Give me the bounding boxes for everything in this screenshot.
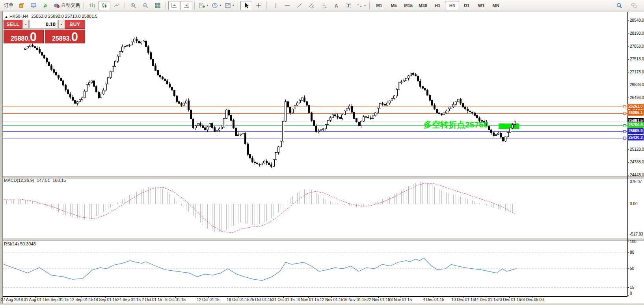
new-order-button[interactable]: ▾ — [197, 1, 210, 10]
arrows-button[interactable]: ▾ — [355, 1, 367, 10]
market-watch-icon[interactable] — [28, 1, 39, 10]
rsi-indicator-label: RSI(14) 50.3048 — [4, 241, 36, 246]
cursor-button[interactable] — [240, 1, 252, 10]
trendline-icon — [296, 2, 303, 9]
candlestick-series — [25, 37, 516, 168]
tf-w1-button-label: W1 — [478, 3, 485, 8]
chat-icon[interactable] — [628, 1, 640, 10]
sell-price-display[interactable]: 25880.0 — [4, 30, 44, 43]
tf-h4-button-label: H4 — [449, 3, 455, 8]
line-chart-icon — [114, 2, 120, 9]
tf-m30-button-label: M30 — [419, 3, 427, 8]
tf-d1-button[interactable]: D1 — [460, 1, 474, 10]
buy-price-big-digit: 0 — [71, 32, 78, 42]
candlestick-chart-button[interactable] — [99, 1, 110, 10]
chevron-down-icon: ▾ — [233, 4, 234, 7]
tf-h1-button[interactable]: H1 — [430, 1, 445, 10]
auto-scroll-icon — [171, 2, 177, 9]
toolbar-separator — [369, 2, 370, 9]
zoom-out-icon — [142, 2, 149, 9]
chevron-down-icon: ▾ — [220, 4, 221, 7]
tf-m5-button-label: M5 — [391, 3, 396, 8]
sell-button[interactable]: SELL — [4, 20, 22, 29]
line-chart-button[interactable] — [111, 1, 123, 10]
autotrading-button-label: 自动交易 — [61, 2, 80, 9]
zoom-in-button[interactable] — [127, 1, 139, 10]
widget-diamond-icon: ◇ — [47, 22, 49, 25]
cursor-icon — [243, 2, 249, 9]
autotrading-icon — [54, 2, 60, 9]
sell-price-main: 25880 — [11, 35, 28, 42]
svg-text:E: E — [313, 6, 314, 9]
tf-h4-button[interactable]: H4 — [445, 1, 459, 10]
tile-windows-button[interactable] — [152, 1, 164, 10]
macd-histogram — [4, 182, 515, 233]
arrows-icon — [356, 2, 363, 9]
crosshair-icon — [255, 2, 262, 9]
bar-chart-icon — [89, 2, 95, 9]
toolbar-separator — [194, 2, 195, 9]
orders-button[interactable]: 订单 — [2, 1, 15, 10]
tf-m5-button[interactable]: M5 — [387, 1, 401, 10]
buy-button[interactable]: BUY — [65, 20, 85, 29]
buy-price-main: 25893 — [52, 35, 70, 42]
search-icon-icon — [616, 2, 622, 9]
market-watch-icon-icon — [30, 2, 37, 9]
tf-m1-button-label: M1 — [376, 3, 382, 8]
tf-d1-button-label: D1 — [464, 3, 469, 8]
text-label-button[interactable]: T — [342, 1, 354, 10]
rsi-line — [4, 258, 516, 281]
volume-input[interactable] — [29, 20, 58, 29]
toolbar-separator — [238, 2, 238, 9]
auto-scroll-button[interactable] — [168, 1, 180, 10]
periods-clock-button[interactable]: ▾ — [210, 1, 223, 10]
crosshair-button[interactable] — [253, 1, 264, 10]
pivot-annotation-text[interactable]: 多空转折点25760 — [424, 119, 488, 130]
volume-decrease-button[interactable]: ▼ — [23, 20, 29, 29]
signals-icon[interactable] — [40, 1, 52, 10]
text-label-icon: T — [345, 2, 352, 9]
chevron-down-icon: ▾ — [364, 4, 366, 7]
bar-chart-button[interactable] — [86, 1, 98, 10]
tf-m1-button[interactable]: M1 — [372, 1, 386, 10]
horizontal-line-icon — [284, 2, 290, 9]
tf-w1-button[interactable]: W1 — [474, 1, 488, 10]
equidistant-channel-icon: E — [309, 2, 315, 9]
autotrading-button[interactable]: 自动交易 — [52, 1, 82, 10]
tile-windows-icon — [154, 2, 161, 9]
new-order-cube-icon[interactable] — [15, 1, 27, 10]
text-button[interactable]: A — [330, 1, 342, 10]
tf-m30-button[interactable]: M30 — [416, 1, 430, 10]
tf-m15-button[interactable]: M15 — [401, 1, 415, 10]
ohlc-values: 25853.0 25892.0 25710.0 25881.5 — [31, 14, 97, 19]
window-left-edge — [0, 11, 3, 305]
buy-price-display[interactable]: 25893.0 — [45, 30, 85, 43]
search-icon[interactable] — [613, 1, 625, 10]
tf-mn-button-label: MN — [493, 3, 499, 8]
one-click-trading-panel: SELL ▼ ▲ BUY ◇ 25880.0 25893.0 — [4, 20, 85, 43]
tf-mn-button[interactable]: MN — [489, 1, 503, 10]
symbol-timeframe-label: HK50-,H4 — [9, 14, 28, 19]
top-toolbar: 订单自动交易▾▾▾EFAT▾M1M5M15M30H1H4D1W1MN — [0, 0, 644, 11]
svg-text:F: F — [325, 6, 327, 9]
trendline-button[interactable] — [294, 1, 305, 10]
collapse-arrow-icon: ▲ — [5, 15, 8, 19]
symbol-header: ▲HK50-,H425853.0 25892.0 25710.0 25881.5 — [5, 14, 97, 19]
new-order-icon — [199, 2, 205, 9]
candlestick-chart-icon — [101, 2, 108, 9]
zoom-out-button[interactable] — [140, 1, 151, 10]
volume-increase-button[interactable]: ▲ — [58, 20, 64, 29]
horizontal-line-button[interactable] — [281, 1, 293, 10]
orders-button-label: 订单 — [4, 2, 13, 9]
new-order-cube-icon-icon — [18, 2, 24, 9]
fibonacci-icon: F — [321, 2, 327, 9]
fibonacci-button[interactable]: F — [318, 1, 330, 10]
equidistant-channel-button[interactable]: E — [306, 1, 318, 10]
toolbar-separator — [166, 2, 166, 9]
pivot-highlight-rect — [499, 123, 519, 129]
vertical-line-button[interactable] — [269, 1, 281, 10]
toolbar-separator — [84, 2, 84, 9]
price-chart-canvas[interactable] — [0, 0, 644, 305]
chart-shift-button[interactable] — [181, 1, 192, 10]
indicators-button[interactable]: ▾ — [223, 1, 236, 10]
